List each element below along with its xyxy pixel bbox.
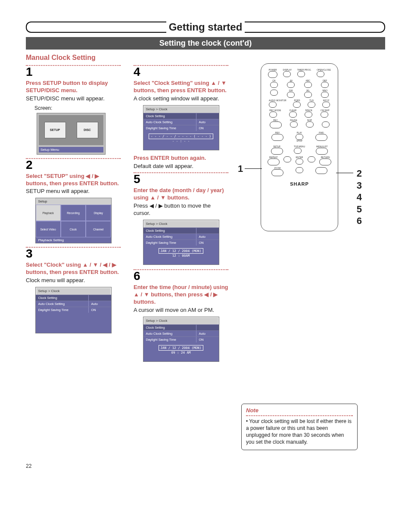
callout-4: 4 — [357, 191, 362, 203]
step3-instruction: Select "Clock" using ▲ / ▼ / ◀ / ▶ butto… — [26, 261, 121, 276]
step6-screen: Setup > Clock Clock Setting Auto Clock S… — [143, 317, 219, 362]
rev-icon — [271, 134, 283, 141]
step1-screen-label: Screen: — [34, 105, 121, 111]
page-number: 22 — [26, 463, 385, 469]
section-heading: Manual Clock Setting — [26, 54, 385, 62]
key-5-icon — [304, 92, 312, 98]
callout-2: 2 — [357, 168, 362, 180]
enter-icon — [296, 159, 303, 165]
key-3-icon — [321, 82, 329, 88]
key-7-icon — [293, 102, 301, 108]
row-value: Auto — [196, 331, 219, 336]
tuv-label: TUV — [308, 100, 315, 102]
step6-dateline2: 09 : 24 AM — [171, 351, 190, 355]
key-4-icon — [287, 92, 295, 98]
page-title: Getting started — [166, 21, 245, 33]
step3-body: Clock menu will appear. — [26, 277, 121, 284]
grid-cell: Select Video — [36, 221, 61, 237]
row-value: ON — [196, 337, 219, 342]
up-arrow-icon — [294, 148, 302, 154]
key-0-icon — [305, 112, 312, 118]
row-label: Clock Setting — [36, 295, 89, 301]
step1-body: SETUP/DISC menu will appear. — [26, 95, 121, 103]
mno-label: MNO — [321, 90, 329, 92]
note-divider — [246, 415, 353, 416]
space-label: SPACE — [305, 109, 312, 112]
row-label: Clock Setting — [143, 228, 196, 233]
pqrs-label: PQRS — [293, 100, 301, 102]
def-label: DEF — [321, 80, 329, 82]
recmode-label: REC MODE — [269, 109, 281, 112]
step5-crumb: Setup > Clock — [143, 220, 219, 227]
down-arrow-icon — [296, 167, 303, 173]
play-icon — [296, 134, 303, 140]
step2-instruction: Select "SETUP" using ◀ / ▶ buttons, then… — [26, 173, 121, 187]
grid-cell: Playback — [36, 205, 61, 221]
row-label: Daylight Saving Time — [143, 337, 196, 342]
cmskip-icon — [321, 112, 328, 118]
step3-crumb: Setup > Clock — [36, 287, 111, 295]
remote-body: POWER DISPLAY TIMER PROG. OPEN/CLOSE CH … — [261, 63, 338, 231]
callout-5: 5 — [357, 203, 362, 215]
row-label: Auto Clock Setting — [143, 119, 196, 125]
note-heading: Note — [246, 407, 353, 414]
skip-prev-icon — [306, 121, 314, 128]
repeat-icon — [268, 159, 280, 165]
page-subtitle: Setting the clock (cont'd) — [26, 37, 385, 50]
ch-label: CH — [270, 80, 278, 82]
setup-icon — [271, 148, 283, 155]
blank-icon — [315, 167, 327, 174]
clear-label: CLEAR — [289, 109, 297, 112]
setup-card: SETUP — [44, 122, 66, 138]
step6-body: A cursor will move on AM or PM. — [134, 307, 228, 314]
stop-label: STOP — [296, 140, 303, 142]
grid-cell: Channel — [86, 221, 111, 237]
fwd-icon — [315, 134, 327, 141]
remote-callouts-right: 2 3 4 5 6 — [357, 168, 362, 227]
row-label: Clock Setting — [143, 325, 196, 330]
zoom-icon — [271, 169, 283, 176]
step4-crumb: Setup > Clock — [143, 106, 219, 113]
step5-screen: Setup > Clock Clock Setting Auto Clock S… — [143, 220, 219, 265]
pause-icon — [290, 121, 298, 128]
menulist-icon — [316, 148, 328, 155]
key-2-icon — [304, 82, 312, 88]
step2-crumb: Setup — [36, 198, 111, 205]
step6-dateline1: JAN / 12 / 2004 (MON) — [159, 345, 204, 351]
step2-body: SETUP menu will appear. — [26, 188, 121, 195]
skip-next-icon — [322, 121, 330, 128]
timer-button-icon — [297, 71, 305, 77]
right-arrow-icon — [308, 156, 315, 162]
step5-instruction: Enter the date (month / day / year) usin… — [134, 187, 228, 202]
brand-logo: SHARP — [290, 181, 309, 187]
step2-screen: Setup Playback Recording Display Select … — [35, 198, 112, 243]
step6-crumb: Setup > Clock — [143, 317, 219, 324]
return-label: RETURN — [319, 156, 331, 159]
key-6-icon — [321, 92, 329, 98]
pause-label: PAUSE — [290, 119, 298, 121]
wxyz-label: WXYZ — [322, 100, 330, 102]
title-cap-left — [26, 22, 40, 33]
row-label: Auto Clock Setting — [143, 331, 196, 336]
row-label: Daylight Saving Time — [143, 125, 196, 131]
step-number-4: 4 — [134, 66, 228, 78]
step3-screen: Setup > Clock Clock Setting Auto Clock S… — [35, 287, 112, 333]
step5-dateline1: JAN / 12 / 2004 (MON) — [159, 248, 204, 254]
menulist-label: MENU/LIST — [316, 146, 328, 148]
jkl-label: JKL — [304, 90, 312, 92]
fwd-label: FWD — [315, 132, 327, 134]
step-number-2: 2 — [26, 159, 121, 171]
timer-label: TIMER PROG. — [297, 69, 311, 71]
rec-label: REC — [270, 119, 282, 121]
setup-label: SETUP — [271, 146, 283, 148]
row-label: Auto Clock Setting — [143, 234, 196, 240]
monitor-label: AUDIO MONITOR — [269, 100, 286, 102]
row-label: Clock Setting — [143, 113, 196, 119]
step5-dateline2: 12 : 00AM — [172, 254, 190, 258]
ch-up-icon — [270, 82, 278, 88]
open-label: OPEN/CLOSE — [317, 69, 331, 71]
row-value: ON — [196, 240, 219, 246]
step-number-5: 5 — [134, 173, 228, 185]
skip-label: SKIP — [306, 119, 314, 121]
row-value: ON — [196, 125, 219, 131]
